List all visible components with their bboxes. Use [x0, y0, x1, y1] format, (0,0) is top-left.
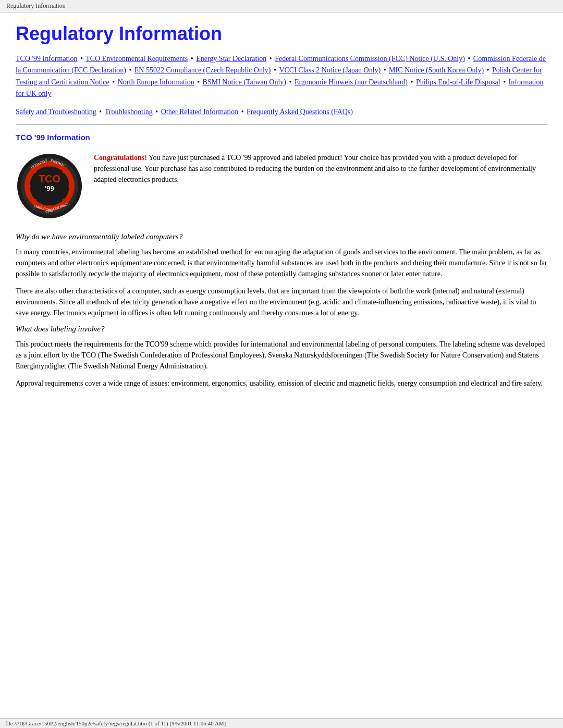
- tco-logo: TCO '99 ECOLOGY ENERGY ERGONOMICS EMISSI…: [16, 152, 83, 220]
- what-heading: What does labeling involve?: [16, 325, 547, 334]
- nav-links-block2: Safety and Troubleshooting • Troubleshoo…: [16, 106, 547, 118]
- nav-link-safety[interactable]: Safety and Troubleshooting: [16, 108, 96, 116]
- what-para1: This product meets the requirements for …: [16, 339, 547, 372]
- nav-link-mic[interactable]: MIC Notice (South Korea Only): [389, 66, 484, 74]
- nav-link-ergonomie[interactable]: Ergonomie Hinweis (nur Deutschland): [295, 78, 408, 86]
- congrats-label: Congratulations!: [94, 154, 147, 162]
- svg-point-16: [29, 185, 31, 187]
- nav-link-en55022[interactable]: EN 55022 Compliance (Czech Republic Only…: [134, 66, 271, 74]
- nav-link-bsmi[interactable]: BSMI Notice (Taiwan Only): [203, 78, 286, 86]
- svg-point-14: [48, 205, 51, 207]
- why-heading: Why do we have environmentally labeled c…: [16, 232, 547, 241]
- nav-link-faq[interactable]: Frequently Asked Questions (FAQs): [247, 108, 353, 116]
- tco-congrats-text: Congratulations! You have just purchased…: [94, 152, 547, 185]
- svg-point-12: [68, 185, 70, 187]
- what-para2: Approval requirements cover a wide range…: [16, 378, 547, 389]
- nav-link-tco-env[interactable]: TCO Environmental Requirements: [85, 55, 188, 63]
- tco-section-title: TCO '99 Information: [16, 133, 547, 142]
- nav-link-vcci[interactable]: VCCI Class 2 Notice (Japan Only): [279, 66, 381, 74]
- nav-link-energy-star[interactable]: Energy Star Declaration: [196, 55, 266, 63]
- svg-point-10: [48, 165, 51, 167]
- nav-link-philips[interactable]: Philips End-of-Life Disposal: [416, 78, 500, 86]
- divider: [16, 124, 547, 125]
- nav-link-tco99[interactable]: TCO '99 Information: [16, 55, 77, 63]
- svg-text:TCO: TCO: [39, 173, 60, 184]
- page-title: Regulatory Information: [16, 23, 547, 45]
- svg-text:'99: '99: [45, 184, 54, 192]
- nav-link-north-europe[interactable]: North Europe Information: [118, 78, 194, 86]
- tco-block: TCO '99 ECOLOGY ENERGY ERGONOMICS EMISSI…: [16, 152, 547, 220]
- why-para1: In many countries, environmental labelin…: [16, 246, 547, 279]
- congrats-body: You have just purchased a TCO '99 approv…: [94, 154, 536, 183]
- why-para2: There are also other characteristics of …: [16, 286, 547, 318]
- nav-link-troubleshooting[interactable]: Troubleshooting: [105, 108, 153, 116]
- browser-title: Regulatory Information: [6, 2, 66, 9]
- nav-link-other-related[interactable]: Other Related Information: [161, 108, 239, 116]
- nav-link-fcc[interactable]: Federal Communications Commission (FCC) …: [275, 55, 465, 63]
- nav-links-block1: TCO '99 Information • TCO Environmental …: [16, 53, 547, 100]
- browser-bar: Regulatory Information: [0, 0, 563, 13]
